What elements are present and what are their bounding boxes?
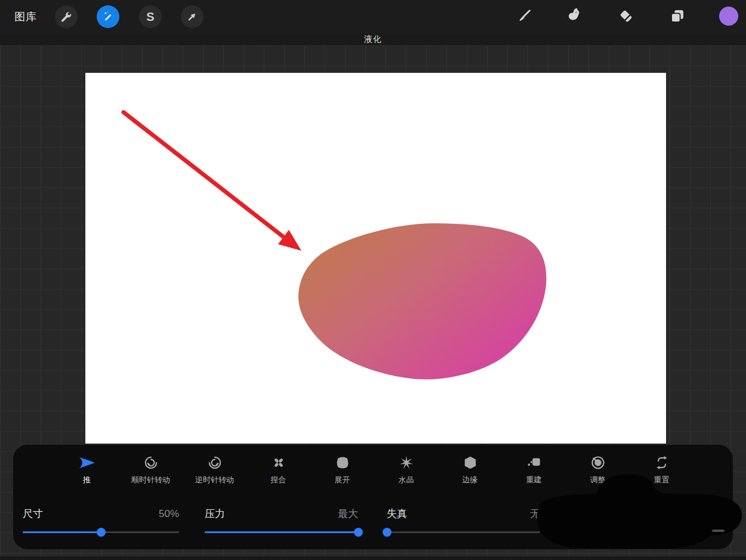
smudge-icon [566, 8, 583, 24]
procreate-liquify-screen: 图库 S [0, 0, 746, 560]
gallery-button[interactable]: 图库 [14, 0, 37, 33]
tool-crystals[interactable]: 水晶 [374, 454, 438, 485]
color-swatch[interactable] [719, 7, 738, 26]
pressure-slider[interactable] [205, 531, 358, 533]
distortion-slider-group: 失真 无 [387, 507, 540, 533]
redaction-scribble [534, 470, 746, 551]
pressure-slider-label: 压力 [205, 507, 225, 521]
pressure-slider-thumb[interactable] [354, 528, 363, 537]
canvas-artwork [85, 73, 666, 444]
expand-icon [335, 454, 350, 471]
tool-twirl-clockwise[interactable]: 顺时针转动 [119, 454, 183, 485]
adjustments-button[interactable] [97, 5, 119, 28]
tool-pinch[interactable]: 捏合 [246, 454, 310, 485]
size-slider[interactable] [23, 531, 179, 533]
layers-button[interactable] [669, 8, 686, 24]
transform-arrow-icon [186, 11, 198, 23]
selection-s-icon: S [146, 10, 154, 24]
smudge-button[interactable] [566, 8, 583, 24]
distortion-slider-thumb[interactable] [383, 528, 392, 537]
pressure-slider-value: 最大 [338, 507, 358, 521]
distortion-slider-label: 失真 [387, 507, 407, 521]
pressure-slider-group: 压力 最大 [205, 507, 358, 533]
erase-button[interactable] [618, 8, 634, 24]
size-slider-label: 尺寸 [23, 507, 43, 521]
selection-button[interactable]: S [139, 5, 162, 28]
edge-icon [463, 454, 478, 471]
brush-icon [516, 8, 532, 24]
drawing-canvas[interactable] [85, 73, 666, 444]
reconstruct-icon [526, 454, 542, 471]
layers-icon [669, 8, 686, 24]
twirl-clockwise-icon [143, 454, 159, 471]
size-slider-value: 50% [159, 508, 179, 520]
transform-button[interactable] [181, 5, 204, 28]
magic-wand-icon [102, 11, 114, 23]
gradient-blob [298, 223, 547, 379]
adjust-icon [590, 454, 606, 471]
tool-push[interactable]: 推 [55, 454, 119, 485]
top-toolbar: 图库 S [0, 0, 746, 33]
pinch-icon [271, 454, 286, 471]
red-annotation-arrow [124, 112, 301, 251]
crystals-icon [399, 454, 414, 471]
paint-button[interactable] [516, 8, 532, 24]
push-icon [77, 454, 97, 471]
tool-expand[interactable]: 展开 [310, 454, 374, 485]
tool-twirl-counterclockwise[interactable]: 逆时针转动 [183, 454, 246, 485]
reset-icon [654, 454, 670, 471]
tool-title-bar: 液化 [0, 33, 746, 45]
actions-button[interactable] [55, 5, 78, 28]
size-slider-group: 尺寸 50% [23, 507, 179, 533]
wrench-icon [60, 11, 72, 23]
slider-track-remnant [712, 530, 725, 532]
size-slider-thumb[interactable] [97, 528, 106, 537]
page-title: 液化 [364, 34, 382, 45]
distortion-slider[interactable] [387, 531, 540, 533]
twirl-counterclockwise-icon [207, 454, 223, 471]
bottom-edge-strip [0, 556, 746, 560]
tool-edge[interactable]: 边缘 [438, 454, 502, 485]
eraser-icon [618, 8, 634, 24]
